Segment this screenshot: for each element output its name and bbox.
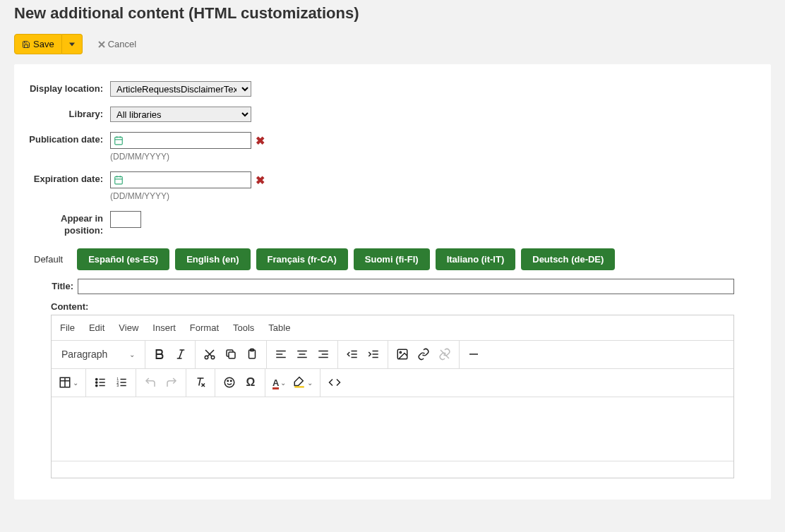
unlink-button[interactable] <box>435 344 455 364</box>
chevron-down-icon: ⌄ <box>73 379 78 387</box>
menu-table[interactable]: Table <box>268 322 290 333</box>
publication-date-label: Publication date: <box>25 132 110 146</box>
clear-expiration-date-icon[interactable]: ✖ <box>256 174 265 187</box>
svg-line-10 <box>179 350 183 358</box>
copy-button[interactable] <box>221 344 241 364</box>
menu-insert[interactable]: Insert <box>152 322 176 333</box>
svg-point-34 <box>400 352 401 353</box>
horizontal-rule-button[interactable] <box>464 344 484 364</box>
position-input[interactable] <box>110 211 141 228</box>
content-label: Content: <box>51 301 734 312</box>
close-icon <box>98 41 105 48</box>
tab-fi-fi[interactable]: Suomi (fi-FI) <box>354 248 430 270</box>
editor-toolbar-1: Paragraph ⌄ <box>52 341 733 369</box>
chevron-down-icon: ⌄ <box>129 351 135 358</box>
svg-rect-15 <box>229 352 235 358</box>
editor-content-area[interactable] <box>52 397 733 461</box>
paste-button[interactable] <box>242 344 262 364</box>
highlight-color-button[interactable]: ⌄ <box>290 373 316 392</box>
menu-file[interactable]: File <box>60 322 75 333</box>
form-panel: Display location: ArticleRequestsDisclai… <box>14 64 771 500</box>
expiration-date-hint: (DD/MM/YYYY) <box>110 191 265 201</box>
svg-point-11 <box>205 356 208 360</box>
clear-publication-date-icon[interactable]: ✖ <box>256 134 265 147</box>
tab-es-es[interactable]: Español (es-ES) <box>77 248 169 270</box>
publication-date-input[interactable] <box>124 135 248 147</box>
cancel-button[interactable]: Cancel <box>94 38 140 50</box>
outdent-button[interactable] <box>342 344 362 364</box>
indent-button[interactable] <box>364 344 383 364</box>
cut-button[interactable] <box>200 344 220 364</box>
chevron-down-icon: ⌄ <box>307 379 313 387</box>
svg-point-40 <box>96 379 97 380</box>
save-dropdown-button[interactable] <box>62 34 83 54</box>
bullet-list-button[interactable] <box>90 373 110 392</box>
numbered-list-button[interactable]: 123 <box>112 373 131 392</box>
save-icon <box>22 40 30 49</box>
menu-tools[interactable]: Tools <box>233 322 254 333</box>
tab-de-de[interactable]: Deutsch (de-DE) <box>521 248 615 270</box>
svg-text:3: 3 <box>116 383 119 387</box>
menu-edit[interactable]: Edit <box>89 322 104 333</box>
svg-point-54 <box>224 378 234 388</box>
chevron-down-icon: ⌄ <box>280 379 286 387</box>
expiration-date-input-wrapper <box>110 171 251 188</box>
image-button[interactable] <box>393 344 412 364</box>
text-color-button[interactable]: A ⌄ <box>270 373 289 392</box>
redo-button[interactable] <box>162 373 181 392</box>
page-title: New additional content (HTML customizati… <box>14 4 771 23</box>
table-button[interactable]: ⌄ <box>56 373 81 392</box>
svg-point-41 <box>96 382 97 383</box>
calendar-icon[interactable] <box>114 175 124 185</box>
emoji-button[interactable] <box>220 373 239 392</box>
align-center-button[interactable] <box>292 344 312 364</box>
italic-button[interactable] <box>171 344 191 364</box>
editor-statusbar <box>52 461 733 478</box>
link-button[interactable] <box>414 344 433 364</box>
menu-format[interactable]: Format <box>190 322 219 333</box>
editor-menubar: File Edit View Insert Format Tools Table <box>52 315 733 341</box>
undo-button[interactable] <box>140 373 160 392</box>
expiration-date-input[interactable] <box>124 174 248 186</box>
expiration-date-label: Expiration date: <box>25 171 110 186</box>
publication-date-hint: (DD/MM/YYYY) <box>110 152 265 162</box>
svg-point-56 <box>231 380 232 382</box>
title-label: Title: <box>51 281 73 291</box>
library-label: Library: <box>25 107 110 121</box>
menu-view[interactable]: View <box>119 322 138 333</box>
display-location-label: Display location: <box>25 81 110 95</box>
save-label: Save <box>33 39 54 49</box>
language-tabs: Default Español (es-ES) English (en) Fra… <box>25 248 760 270</box>
editor-section: Title: Content: File Edit View Insert Fo… <box>25 279 760 478</box>
svg-point-12 <box>211 356 215 360</box>
clear-formatting-button[interactable] <box>191 373 210 392</box>
block-format-select[interactable]: Paragraph ⌄ <box>56 344 140 364</box>
save-button[interactable]: Save <box>14 34 62 54</box>
calendar-icon[interactable] <box>114 135 124 145</box>
special-char-button[interactable]: Ω <box>241 373 260 392</box>
tab-default[interactable]: Default <box>25 248 71 270</box>
title-input[interactable] <box>78 279 734 294</box>
publication-date-input-wrapper <box>110 132 251 149</box>
align-left-button[interactable] <box>271 344 291 364</box>
svg-point-55 <box>227 380 229 382</box>
align-right-button[interactable] <box>313 344 333 364</box>
save-button-group: Save <box>14 34 83 54</box>
bold-button[interactable] <box>150 344 169 364</box>
cancel-label: Cancel <box>108 39 136 49</box>
display-location-select[interactable]: ArticleRequestsDisclaimerText <box>110 81 251 97</box>
tab-fr-ca[interactable]: Français (fr-CA) <box>256 248 348 270</box>
rich-text-editor: File Edit View Insert Format Tools Table… <box>51 315 734 478</box>
library-select[interactable]: All libraries <box>110 107 251 122</box>
tab-en[interactable]: English (en) <box>175 248 250 270</box>
action-toolbar: Save Cancel <box>14 34 771 54</box>
caret-down-icon <box>69 42 75 47</box>
svg-rect-57 <box>295 387 305 388</box>
position-label: Appear in position: <box>25 211 110 237</box>
svg-rect-0 <box>115 137 123 145</box>
svg-point-42 <box>96 385 97 387</box>
editor-toolbar-2: ⌄ 123 Ω <box>52 369 733 397</box>
svg-rect-4 <box>115 176 123 184</box>
tab-it-it[interactable]: Italiano (it-IT) <box>436 248 516 270</box>
source-code-button[interactable] <box>325 373 344 392</box>
